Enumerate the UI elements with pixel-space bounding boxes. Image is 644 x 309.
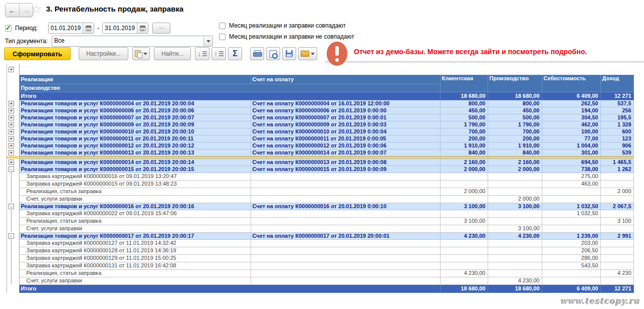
cost-amount-cell[interactable] xyxy=(542,188,600,195)
production-amount-cell[interactable] xyxy=(488,217,542,225)
income-amount-cell[interactable] xyxy=(600,247,633,254)
client-amount-cell[interactable]: 2 000,00 xyxy=(440,166,488,173)
total-client[interactable]: 18 680,00 xyxy=(440,284,488,292)
realization-cell[interactable]: Заправка картриджей К0000000016 от 09.01… xyxy=(19,173,251,180)
settings-button[interactable]: Настройки... xyxy=(79,47,128,60)
realization-cell[interactable]: Реализация, статья заправка xyxy=(19,188,251,195)
cost-amount-cell[interactable]: 694,50 xyxy=(542,159,600,166)
realization-cell[interactable]: Реализация товаров и услуг К0000000014 о… xyxy=(19,159,251,166)
realization-cell[interactable]: Счет, услуги заправки xyxy=(19,195,251,203)
expander-plus-icon[interactable]: + xyxy=(9,160,14,165)
realization-cell[interactable]: Счет, услуги заправки xyxy=(19,277,251,284)
production-amount-cell[interactable] xyxy=(488,254,542,262)
copy-settings-button[interactable] xyxy=(132,47,150,60)
production-amount-cell[interactable] xyxy=(488,188,542,195)
invoice-cell[interactable] xyxy=(251,269,440,277)
cost-amount-cell[interactable] xyxy=(542,217,600,225)
income-amount-cell[interactable]: 600 xyxy=(600,128,633,135)
expander-minus-icon[interactable]: - xyxy=(9,233,14,239)
expander-minus-icon[interactable]: - xyxy=(9,167,14,172)
invoice-cell[interactable] xyxy=(251,180,440,188)
client-amount-cell[interactable]: 4 230,00 xyxy=(440,269,488,277)
cost-amount-cell[interactable]: 194,00 xyxy=(542,107,600,114)
client-amount-cell[interactable] xyxy=(440,195,488,203)
expander-plus-icon[interactable]: + xyxy=(9,150,14,156)
production-amount-cell[interactable] xyxy=(488,239,542,247)
expander-minus-icon[interactable]: - xyxy=(9,204,14,209)
production-amount-cell[interactable]: 2 160,00 xyxy=(488,159,542,166)
production-amount-cell[interactable]: 2 000,00 xyxy=(488,166,542,173)
total-label[interactable]: Итого xyxy=(19,284,440,292)
realization-cell[interactable]: Реализация товаров и услуг К0000000016 о… xyxy=(19,203,251,210)
invoice-cell[interactable]: Счет на оплату К0000000009 от 20.01.2019… xyxy=(251,121,440,128)
month-match-checkbox[interactable] xyxy=(219,23,226,29)
production-amount-cell[interactable]: 4 230,00 xyxy=(488,232,542,239)
total-income[interactable]: 12 271 xyxy=(600,284,633,292)
find-button[interactable]: Найти... xyxy=(154,47,191,60)
cost-amount-cell[interactable]: 543,50 xyxy=(542,262,600,269)
income-amount-cell[interactable] xyxy=(600,239,633,247)
realization-cell[interactable]: Реализация, статья заправка xyxy=(19,217,251,225)
print-preview-button[interactable] xyxy=(266,47,280,60)
production-amount-cell[interactable] xyxy=(488,262,542,269)
realization-cell[interactable]: Заправка картриджей К0000000128 от 11.01… xyxy=(19,247,251,254)
client-amount-cell[interactable] xyxy=(440,225,488,232)
expander-plus-icon[interactable]: + xyxy=(9,136,14,141)
print-button[interactable] xyxy=(250,47,264,60)
income-amount-cell[interactable] xyxy=(600,195,633,203)
cost-amount-cell[interactable] xyxy=(542,277,600,284)
client-amount-cell[interactable]: 840,00 xyxy=(440,149,488,156)
collapse-levels-button[interactable]: ↑ xyxy=(211,47,226,60)
doc-type-select[interactable]: Все xyxy=(52,36,213,47)
income-amount-cell[interactable]: 537,5 xyxy=(600,100,633,107)
invoice-cell[interactable] xyxy=(251,247,440,254)
cost-amount-cell[interactable]: 100,00 xyxy=(542,128,600,135)
favorite-star-icon[interactable]: ☆ xyxy=(31,2,42,16)
income-amount-cell[interactable]: 123 xyxy=(600,135,633,142)
cost-amount-cell[interactable]: 738,00 xyxy=(542,166,600,173)
realization-cell[interactable]: Заправка картриджей К0000000129 от 11.01… xyxy=(19,254,251,262)
cost-amount-cell[interactable]: 301,00 xyxy=(542,149,600,156)
realization-cell[interactable]: Заправка картриджей К0000000015 от 09.01… xyxy=(19,180,251,188)
client-amount-cell[interactable]: 3 100,00 xyxy=(440,203,488,210)
expander-plus-icon[interactable]: + xyxy=(9,129,14,134)
client-amount-cell[interactable] xyxy=(440,180,488,188)
income-amount-cell[interactable]: 3 100 xyxy=(600,217,633,225)
client-amount-cell[interactable] xyxy=(440,239,488,247)
expander-plus-icon[interactable]: + xyxy=(9,108,14,113)
invoice-cell[interactable]: Счет на оплату К0000000007 от 20.01.2019… xyxy=(251,114,440,121)
cost-amount-cell[interactable]: 275,00 xyxy=(542,173,600,180)
invoice-cell[interactable]: Счет на оплату К0000000015 от 20.01.2019… xyxy=(251,166,440,173)
production-amount-cell[interactable] xyxy=(488,210,542,217)
date-from-input[interactable] xyxy=(49,23,83,33)
cost-amount-cell[interactable]: 206,50 xyxy=(542,247,600,254)
invoice-cell[interactable]: Счет на оплату К0000000016 от 20.01.2019… xyxy=(251,203,440,210)
expand-levels-button[interactable]: ↓ xyxy=(195,47,209,60)
invoice-cell[interactable] xyxy=(251,210,440,217)
date-to-input[interactable] xyxy=(103,23,137,33)
cost-amount-cell[interactable]: 1 004,00 xyxy=(542,142,600,149)
cost-amount-cell[interactable]: 286,00 xyxy=(542,254,600,262)
client-amount-cell[interactable]: 1 910,00 xyxy=(440,142,488,149)
grand-expander-plus-icon[interactable]: + xyxy=(9,67,14,72)
realization-cell[interactable]: Заправка картриджей К0000000022 от 09.01… xyxy=(19,210,251,217)
cost-amount-cell[interactable]: 1 032,50 xyxy=(542,210,600,217)
realization-cell[interactable]: Реализация товаров и услуг К0000000007 о… xyxy=(19,114,251,121)
cost-amount-cell[interactable]: 1 239,00 xyxy=(542,232,600,239)
income-amount-cell[interactable] xyxy=(600,210,633,217)
client-amount-cell[interactable] xyxy=(440,173,488,180)
invoice-cell[interactable]: Счет на оплату К0000000006 от 20.01.2019… xyxy=(251,107,440,114)
production-amount-cell[interactable]: 840,00 xyxy=(488,149,542,156)
income-amount-cell[interactable]: 1 328 xyxy=(600,121,633,128)
total-income[interactable]: 12 271 xyxy=(600,92,633,100)
client-amount-cell[interactable]: 2 160,00 xyxy=(440,159,488,166)
income-amount-cell[interactable] xyxy=(600,180,633,188)
invoice-cell[interactable] xyxy=(251,239,440,247)
income-amount-cell[interactable]: 195,5 xyxy=(600,114,633,121)
client-amount-cell[interactable]: 500,00 xyxy=(440,114,488,121)
total-production[interactable]: 18 680,00 xyxy=(488,92,542,100)
cost-amount-cell[interactable]: 262,50 xyxy=(542,100,600,107)
month-nomatch-checkbox[interactable] xyxy=(219,34,226,40)
realization-cell[interactable]: Реализация товаров и услуг К0000000011 о… xyxy=(19,135,251,142)
income-amount-cell[interactable]: 1 465,5 xyxy=(600,159,633,166)
